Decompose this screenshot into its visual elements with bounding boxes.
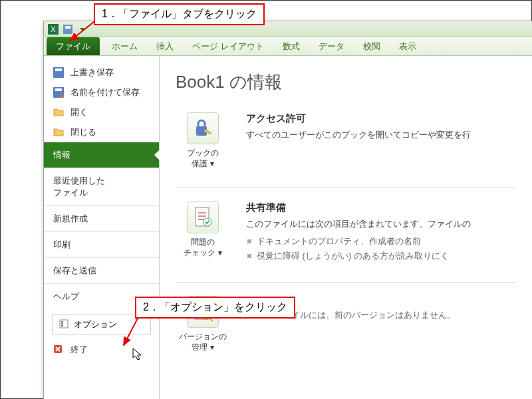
section-desc: すべてのユーザーがこのブックを開いてコピーや変更を行: [246, 129, 516, 141]
list-item: ドキュメントのプロパティ、作成者の名前: [246, 234, 516, 249]
sidebar-label: 終了: [70, 344, 88, 356]
tab-review[interactable]: 校閲: [354, 37, 390, 55]
sidebar-item-open[interactable]: 開く: [44, 102, 159, 122]
save-icon: [53, 67, 65, 78]
tab-view[interactable]: 表示: [390, 37, 426, 55]
sidebar-item-save-send[interactable]: 保存と送信: [44, 257, 159, 283]
sidebar-item-save-as[interactable]: 名前を付けて保存: [44, 82, 159, 102]
sidebar-item-close[interactable]: 閉じる: [44, 122, 159, 142]
save-as-icon: [53, 87, 65, 98]
svg-line-19: [70, 19, 97, 41]
backstage: 上書き保存 名前を付けて保存 開く 閉じる 情報 最近使用した ファイル 新規作…: [44, 56, 532, 399]
sidebar-item-recent[interactable]: 最近使用した ファイル: [44, 168, 159, 205]
document-check-icon: [187, 201, 219, 233]
section-permissions: ブックの 保護 ▾ アクセス許可 すべてのユーザーがこのブックを開いてコピーや変…: [176, 112, 516, 169]
annotation-arrow-2: [120, 313, 147, 352]
section-prepare-share: 問題の チェック ▾ 共有準備 このファイルには次の項目が含まれています。ファイ…: [176, 201, 516, 263]
svg-rect-5: [55, 68, 62, 71]
svg-rect-8: [60, 320, 68, 328]
exit-icon: [53, 344, 65, 355]
sidebar-item-save[interactable]: 上書き保存: [44, 63, 159, 82]
svg-rect-9: [61, 321, 63, 323]
options-icon: [59, 319, 70, 330]
section-title: アクセス許可: [246, 112, 516, 125]
ribbon-tabs: ファイル ホーム 挿入 ページ レイアウト 数式 データ 校閲 表示: [44, 37, 532, 56]
page-title: Book1 の情報: [176, 70, 516, 94]
tab-data[interactable]: データ: [309, 37, 354, 55]
folder-close-icon: [53, 127, 65, 138]
section-desc: このファイルには次の項目が含まれています。ファイルの: [246, 218, 516, 230]
excel-app-icon: X: [48, 24, 59, 35]
sidebar-label: 名前を付けて保存: [70, 86, 140, 98]
lock-key-icon: [187, 112, 219, 144]
separator: [176, 188, 516, 188]
folder-open-icon: [53, 107, 65, 118]
svg-text:X: X: [51, 25, 56, 33]
button-label: 問題の チェック ▾: [176, 237, 230, 258]
svg-rect-11: [61, 325, 63, 327]
button-label: ブックの 保護 ▾: [176, 148, 230, 169]
sidebar-item-info[interactable]: 情報: [44, 142, 159, 168]
check-issues-button[interactable]: 問題の チェック ▾: [176, 201, 230, 263]
sidebar-label: 閉じる: [70, 126, 96, 138]
sidebar-label: 上書き保存: [70, 66, 114, 78]
sidebar-item-new[interactable]: 新規作成: [44, 205, 159, 231]
sidebar-item-print[interactable]: 印刷: [44, 231, 159, 257]
sidebar-label: オプション: [74, 319, 117, 331]
tab-formulas[interactable]: 数式: [273, 37, 309, 55]
list-item: 視覚に障碍 (しょうがい) のある方が読み取りにく: [246, 249, 516, 263]
backstage-content: Book1 の情報 ブックの 保護 ▾ アクセス許可 すべてのユーザーがこのブッ…: [160, 56, 532, 399]
separator: [176, 282, 516, 283]
svg-rect-10: [61, 323, 63, 325]
button-label: バージョンの 管理 ▾: [176, 332, 230, 352]
tab-page-layout[interactable]: ページ レイアウト: [183, 37, 273, 55]
svg-rect-7: [55, 88, 62, 91]
section-title: 共有準備: [246, 201, 516, 214]
tab-insert[interactable]: 挿入: [147, 37, 183, 55]
annotation-callout-1: 1．「ファイル」タブをクリック: [94, 3, 265, 25]
sidebar-label: 開く: [70, 106, 88, 118]
excel-window: X ファイル ホーム 挿入 ページ レイアウト 数式 データ 校閲 表示: [43, 21, 532, 399]
annotation-callout-2: 2．「オプション」をクリック: [135, 297, 295, 319]
protect-workbook-button[interactable]: ブックの 保護 ▾: [176, 112, 230, 169]
tab-home[interactable]: ホーム: [102, 37, 147, 55]
